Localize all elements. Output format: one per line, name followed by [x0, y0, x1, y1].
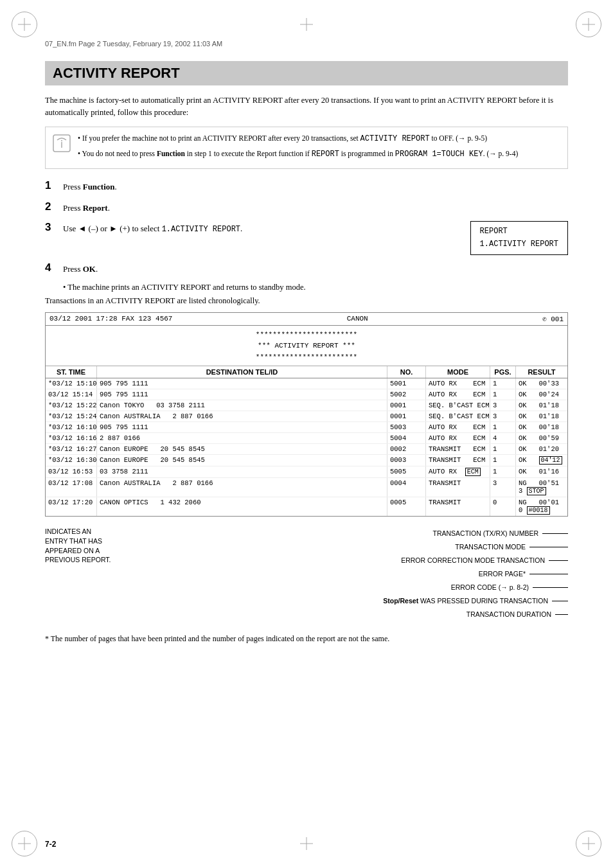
table-header-row: 03/12 2001 17:28 FAX 123 4567 CANON ✆ 00… — [46, 313, 567, 326]
bottom-center-cross — [300, 837, 313, 850]
cell-no: 0005 — [387, 497, 426, 516]
error-code-boxed: #0018 — [527, 506, 550, 515]
cell-result: OK 04'12 — [516, 455, 567, 466]
table-row: 03/12 16:53 03 3758 2111 5005 AUTO RX EC… — [46, 466, 567, 478]
cell-mode: AUTO RX ECM — [426, 466, 490, 477]
table-row: 03/12 17:20 CANON OPTICS 1 432 2060 0005… — [46, 497, 567, 516]
annotation-tx-rx-label: TRANSACTION (TX/RX) NUMBER — [135, 527, 538, 540]
cell-dest: 905 795 1111 — [97, 378, 387, 389]
annotation-ecm: ERROR CORRECTION MODE TRANSACTION — [135, 554, 568, 567]
right-annotations: TRANSACTION (TX/RX) NUMBER TRANSACTION M… — [135, 527, 568, 621]
cell-pgs: 1 — [490, 466, 516, 477]
corner-decoration-bl — [12, 831, 37, 856]
cell-no: 0004 — [387, 478, 426, 497]
annotation-mode-label: TRANSACTION MODE — [135, 540, 526, 554]
left-annotation: INDICATES AN ENTRY THAT HAS APPEARED ON … — [45, 527, 129, 565]
table-row: 03/12 17:08 Canon AUSTRALIA 2 887 0166 0… — [46, 478, 567, 497]
cell-result: OK 00'18 — [516, 422, 567, 432]
cell-time: 03/12 16:53 — [46, 466, 97, 477]
cell-time: *03/12 16:10 — [46, 422, 97, 432]
report-box: REPORT 1.ACTIVITY REPORT — [470, 221, 568, 254]
cell-result: OK 01'18 — [516, 400, 567, 411]
step-4: 4 Press OK. — [45, 261, 568, 276]
step-4-number: 4 — [45, 261, 63, 274]
cell-dest: Canon EUROPE 20 545 8545 — [97, 444, 387, 454]
cell-pgs: 0 — [490, 497, 516, 516]
table-row: *03/12 16:27 Canon EUROPE 20 545 8545 00… — [46, 444, 567, 455]
step-2-number: 2 — [45, 200, 63, 213]
annotation-error-code-label: ERROR CODE (→ p. 8-2) — [135, 581, 529, 594]
cell-dest: Canon AUSTRALIA 2 887 0166 — [97, 478, 387, 497]
cell-pgs: 4 — [490, 433, 516, 443]
step-3-number: 3 — [45, 221, 63, 234]
col-header-result: RESULT — [516, 366, 567, 378]
step-3-left: 3 Use ◄ (–) or ► (+) to select 1.ACTIVIT… — [45, 221, 451, 236]
diagram-section: INDICATES AN ENTRY THAT HAS APPEARED ON … — [45, 527, 568, 621]
cell-dest: Canon TOKYO 03 3758 2111 — [97, 400, 387, 411]
cell-dest: Canon AUSTRALIA 2 887 0166 — [97, 411, 387, 421]
left-annotation-line4: PREVIOUS REPORT. — [45, 555, 129, 565]
cell-time: 03/12 17:20 — [46, 497, 97, 516]
cell-mode: SEQ. B'CAST ECM — [426, 411, 490, 421]
cell-pgs: 1 — [490, 422, 516, 432]
annotation-duration-label: TRANSACTION DURATION — [135, 608, 551, 621]
step-1-number: 1 — [45, 179, 63, 192]
corner-decoration-br — [576, 831, 601, 856]
cell-pgs: 1 — [490, 455, 516, 466]
note-icon — [52, 134, 71, 157]
cell-no: 5001 — [387, 378, 426, 389]
cell-dest: CANON OPTICS 1 432 2060 — [97, 497, 387, 516]
cell-mode: SEQ. B'CAST ECM — [426, 400, 490, 411]
left-annotation-line2: ENTRY THAT HAS — [45, 536, 129, 546]
cell-result: OK 01'16 — [516, 466, 567, 477]
report-box-line2: 1.ACTIVITY REPORT — [480, 238, 558, 251]
ecm-boxed: ECM — [465, 468, 481, 476]
cell-time: *03/12 15:10 — [46, 378, 97, 389]
cell-time: *03/12 15:24 — [46, 411, 97, 421]
cell-result: NG 00'010 #0018 — [516, 497, 567, 516]
annotation-error-code: ERROR CODE (→ p. 8-2) — [135, 581, 568, 594]
step-1-text: Press Function. — [63, 179, 117, 194]
top-center-cross — [300, 18, 313, 31]
stars-line2: *** ACTIVITY REPORT *** — [46, 341, 567, 352]
step-3-text: Use ◄ (–) or ► (+) to select 1.ACTIVITY … — [63, 221, 242, 236]
step-2-text: Press Report. — [63, 200, 110, 215]
cell-pgs: 3 — [490, 400, 516, 411]
section-title: ACTIVITY REPORT — [45, 61, 568, 85]
note-item-2: • You do not need to press Function in s… — [78, 148, 518, 161]
annotation-duration: TRANSACTION DURATION — [135, 608, 568, 621]
cell-mode: TRANSMIT — [426, 478, 490, 497]
cell-no: 5004 — [387, 433, 426, 443]
corner-decoration-tl — [12, 12, 37, 37]
table-stars-section: ************************ *** ACTIVITY RE… — [46, 326, 567, 367]
cell-mode: AUTO RX ECM — [426, 378, 490, 389]
cell-result: OK 01'20 — [516, 444, 567, 454]
cell-mode: AUTO RX ECM — [426, 389, 490, 400]
cell-no: 5003 — [387, 422, 426, 432]
main-content: ACTIVITY REPORT The machine is factory-s… — [45, 61, 568, 649]
table-row: *03/12 16:10 905 795 1111 5003 AUTO RX E… — [46, 422, 567, 433]
step-4-sub: • The machine prints an ACTIVITY REPORT … — [63, 283, 568, 292]
corner-decoration-tr — [576, 12, 601, 37]
annotation-error-page: ERROR PAGE* — [135, 567, 568, 581]
cell-time: *03/12 16:27 — [46, 444, 97, 454]
table-row: 03/12 15:14 905 795 1111 5002 AUTO RX EC… — [46, 389, 567, 400]
note-item-1: • If you prefer the machine not to print… — [78, 132, 518, 145]
table-row: *03/12 15:24 Canon AUSTRALIA 2 887 0166 … — [46, 411, 567, 422]
stop-boxed: STOP — [527, 487, 546, 495]
col-header-dest: DESTINATION TEL/ID — [97, 366, 387, 378]
cell-result: OK 01'18 — [516, 411, 567, 421]
cell-no: 0001 — [387, 411, 426, 421]
col-header-no: NO. — [387, 366, 426, 378]
cell-time: *03/12 15:22 — [46, 400, 97, 411]
cell-pgs: 1 — [490, 389, 516, 400]
cell-no: 0001 — [387, 400, 426, 411]
table-column-headers: ST. TIME DESTINATION TEL/ID NO. MODE PGS… — [46, 366, 567, 378]
table-row: *03/12 16:16 2 887 0166 5004 AUTO RX ECM… — [46, 433, 567, 444]
cell-result: OK 00'59 — [516, 433, 567, 443]
file-info: 07_EN.fm Page 2 Tuesday, February 19, 20… — [45, 40, 222, 48]
annotation-tx-rx: TRANSACTION (TX/RX) NUMBER — [135, 527, 568, 540]
cell-no: 0003 — [387, 455, 426, 466]
table-row: *03/12 15:10 905 795 1111 5001 AUTO RX E… — [46, 378, 567, 389]
annotation-error-page-label: ERROR PAGE* — [135, 567, 526, 581]
